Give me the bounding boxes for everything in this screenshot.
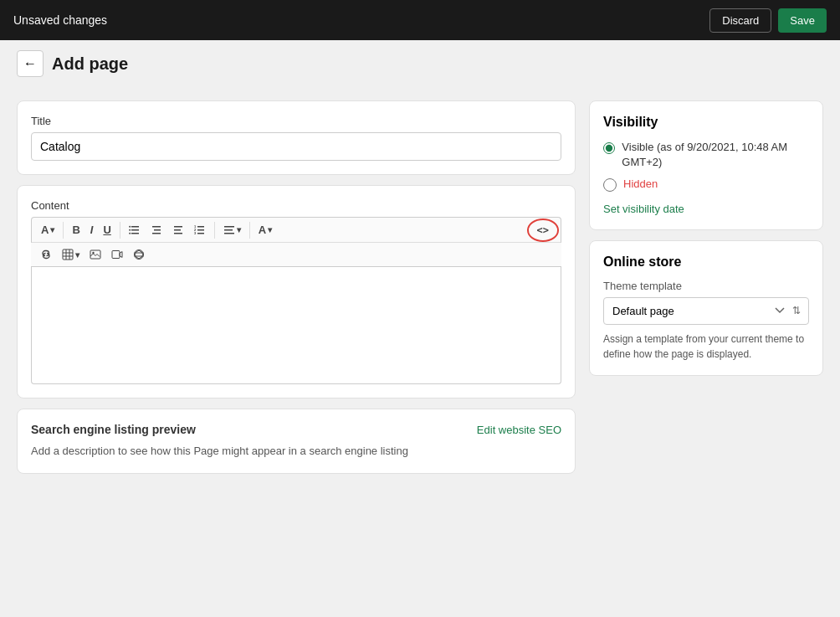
hidden-option[interactable]: Hidden <box>603 177 809 192</box>
seo-header: Search engine listing preview Edit websi… <box>31 423 561 436</box>
svg-rect-13 <box>197 229 204 231</box>
svg-rect-21 <box>63 249 73 260</box>
save-top-button[interactable]: Save <box>778 8 827 33</box>
theme-template-label: Theme template <box>603 280 809 292</box>
svg-rect-6 <box>152 226 161 228</box>
theme-select[interactable]: Default page Custom template <box>603 297 809 325</box>
bold-button[interactable]: B <box>68 221 84 239</box>
seo-card: Search engine listing preview Edit websi… <box>17 409 576 474</box>
hidden-label: Hidden <box>623 177 658 192</box>
page-title: Add page <box>52 54 128 74</box>
back-icon: ← <box>23 56 37 71</box>
visible-label: Visible (as of 9/20/2021, 10:48 AM GMT+2… <box>622 140 809 170</box>
indent-icon <box>172 224 184 236</box>
source-button[interactable]: <> <box>530 222 556 239</box>
title-label: Title <box>31 115 561 127</box>
video-icon <box>111 249 123 260</box>
unsaved-changes-label: Unsaved changes <box>13 13 107 27</box>
link-button[interactable] <box>36 246 56 263</box>
svg-rect-8 <box>152 233 161 234</box>
svg-rect-9 <box>174 226 182 228</box>
content-card: Content A ▾ B I U <box>17 185 576 398</box>
link-icon <box>40 249 52 260</box>
title-card: Title <box>17 100 576 175</box>
theme-select-wrapper: Default page Custom template ⇅ <box>603 297 809 325</box>
align-button[interactable]: ▾ <box>219 222 245 239</box>
svg-rect-19 <box>224 229 233 231</box>
toolbar-separator-2 <box>120 222 120 239</box>
svg-rect-14 <box>197 233 204 234</box>
topbar: Unsaved changes Discard Save <box>0 0 840 40</box>
toolbar-separator-1 <box>63 222 64 239</box>
visibility-card: Visibility Visible (as of 9/20/2021, 10:… <box>589 100 823 230</box>
seo-description: Add a description to see how this Page m… <box>31 443 561 460</box>
topbar-actions: Discard Save <box>709 8 827 33</box>
page-header: ← Add page <box>0 40 840 87</box>
align-icon <box>223 224 235 236</box>
svg-rect-0 <box>131 226 139 228</box>
editor-toolbar-row2: ▾ <box>31 243 561 267</box>
color-button[interactable]: A ▾ <box>254 221 276 239</box>
underline-button[interactable]: U <box>99 221 115 239</box>
video-button[interactable] <box>107 246 127 263</box>
main-column: Title Content A ▾ B I U <box>17 100 576 604</box>
svg-point-4 <box>129 229 131 230</box>
list-ol-button[interactable]: 123 <box>190 222 210 239</box>
title-input[interactable] <box>31 132 561 161</box>
online-store-title: Online store <box>603 255 809 270</box>
right-column: Visibility Visible (as of 9/20/2021, 10:… <box>589 100 823 604</box>
edit-seo-link[interactable]: Edit website SEO <box>477 424 561 436</box>
svg-rect-18 <box>224 226 234 228</box>
svg-rect-7 <box>154 229 161 231</box>
svg-rect-28 <box>112 251 120 259</box>
visible-radio[interactable] <box>603 141 615 155</box>
list-ul-icon <box>129 224 141 236</box>
source-button-wrapper: <> <box>530 222 556 239</box>
svg-rect-10 <box>174 229 181 231</box>
embed-icon <box>133 249 145 260</box>
table-button[interactable]: ▾ <box>58 246 84 263</box>
svg-point-5 <box>129 232 131 234</box>
image-icon <box>90 249 101 260</box>
table-icon <box>62 249 74 260</box>
svg-rect-2 <box>131 233 139 234</box>
list-ol-icon: 123 <box>194 224 206 236</box>
toolbar-separator-4 <box>249 222 250 239</box>
font-button[interactable]: A ▾ <box>37 221 59 239</box>
image-button[interactable] <box>85 246 105 263</box>
toolbar-separator-3 <box>214 222 215 239</box>
content-editor[interactable] <box>31 267 561 384</box>
set-visibility-date-link[interactable]: Set visibility date <box>603 203 684 215</box>
discard-button[interactable]: Discard <box>709 8 771 33</box>
svg-rect-12 <box>197 226 204 228</box>
svg-point-29 <box>135 250 144 260</box>
theme-description: Assign a template from your current them… <box>603 332 809 362</box>
online-store-card: Online store Theme template Default page… <box>589 240 823 376</box>
content-label: Content <box>31 199 561 212</box>
editor-toolbar-row1: A ▾ B I U <box>31 217 561 243</box>
seo-title: Search engine listing preview <box>31 423 196 436</box>
svg-text:3: 3 <box>194 231 197 235</box>
embed-button[interactable] <box>129 246 149 263</box>
visibility-title: Visibility <box>603 115 809 130</box>
list-ul-button[interactable] <box>125 222 145 239</box>
svg-rect-20 <box>224 233 234 234</box>
svg-rect-1 <box>131 229 139 231</box>
outdent-icon <box>151 224 162 236</box>
italic-button[interactable]: I <box>86 221 98 239</box>
svg-point-3 <box>129 225 131 227</box>
page-content: Title Content A ▾ B I U <box>0 87 840 617</box>
visible-option[interactable]: Visible (as of 9/20/2021, 10:48 AM GMT+2… <box>603 140 809 170</box>
hidden-radio[interactable] <box>603 178 617 192</box>
svg-rect-11 <box>174 233 182 234</box>
back-button[interactable]: ← <box>17 50 44 77</box>
list-indent-button[interactable] <box>168 222 188 239</box>
list-outdent-button[interactable] <box>146 222 166 239</box>
